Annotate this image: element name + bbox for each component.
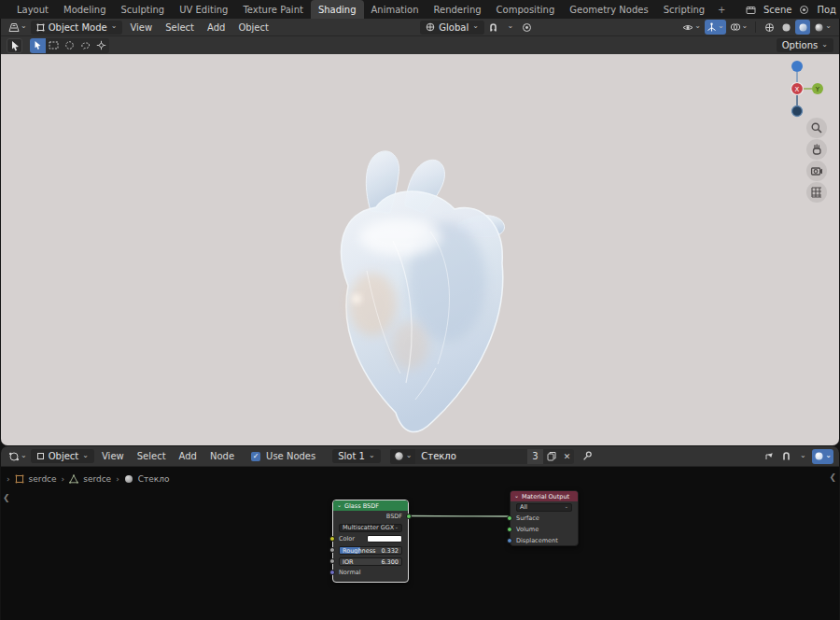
go-to-parent-node-tree-button[interactable] xyxy=(762,449,777,464)
gizmo-negative-z-axis[interactable] xyxy=(792,106,803,117)
view-layer-selector[interactable]: Под xyxy=(813,2,840,17)
material-output-node-header[interactable]: ⌄ Material Output xyxy=(511,491,578,501)
tab-scripting[interactable]: Scripting xyxy=(656,0,712,19)
tab-texture-paint[interactable]: Texture Paint xyxy=(235,0,311,19)
material-selector: ⌄ Стекло 3 ✕ xyxy=(390,449,575,464)
material-output-node[interactable]: ⌄ Material Output All ⌄ Surface Volume xyxy=(510,490,579,546)
shader-editor-type-dropdown[interactable]: ⌄ xyxy=(7,449,29,464)
camera-view-icon[interactable] xyxy=(806,161,827,181)
tab-animation[interactable]: Animation xyxy=(364,0,427,19)
pan-hand-icon[interactable] xyxy=(806,139,827,160)
gizmos-dropdown[interactable]: ⌄ xyxy=(705,20,726,35)
material-name-field[interactable]: Стекло xyxy=(415,449,527,464)
color-swatch[interactable] xyxy=(367,535,402,542)
node-snap-dropdown[interactable]: ⌄ xyxy=(795,449,810,464)
slot-label: Slot 1 xyxy=(338,451,365,461)
select-circle-button[interactable] xyxy=(62,38,77,53)
unlink-material-button[interactable]: ✕ xyxy=(560,449,575,464)
shader-type-dropdown[interactable]: Object ⌄ xyxy=(31,449,94,463)
ior-input-socket[interactable] xyxy=(329,558,335,564)
menu-add[interactable]: Add xyxy=(202,22,231,33)
gizmo-z-axis[interactable] xyxy=(791,61,803,72)
breadcrumb-mesh[interactable]: serdce xyxy=(83,474,111,484)
transform-orientation-dropdown[interactable]: Global ⌄ xyxy=(420,21,484,35)
breadcrumb-object[interactable]: serdce xyxy=(29,474,57,484)
tab-modeling[interactable]: Modeling xyxy=(56,0,114,19)
node-canvas[interactable]: ❮ ❮ › serdce › serdce › Стекло ⌄ xyxy=(1,467,839,620)
cursor-tool-button[interactable] xyxy=(93,38,109,53)
options-dropdown[interactable]: Options ⌄ xyxy=(777,38,833,52)
select-box-button[interactable] xyxy=(46,38,62,53)
color-input-socket[interactable] xyxy=(329,536,335,542)
pin-icon[interactable] xyxy=(580,449,595,464)
scene-selector[interactable]: Scene xyxy=(760,2,796,17)
tab-geometry-nodes[interactable]: Geometry Nodes xyxy=(562,0,655,19)
displacement-input-socket[interactable] xyxy=(507,538,512,543)
workspace-tabs: Layout Modeling Sculpting UV Editing Tex… xyxy=(9,0,732,19)
roughness-input-socket[interactable] xyxy=(329,547,335,553)
tab-sculpting[interactable]: Sculpting xyxy=(114,0,173,19)
select-lasso-button[interactable] xyxy=(77,38,93,53)
zoom-icon[interactable] xyxy=(806,118,827,138)
node-overlays-dropdown[interactable]: ⌄ xyxy=(812,449,833,464)
shading-material-button[interactable] xyxy=(795,20,810,35)
tab-rendering[interactable]: Rendering xyxy=(427,0,489,19)
node-snap-toggle[interactable] xyxy=(778,449,793,464)
breadcrumb: › serdce › serdce › Стекло xyxy=(7,474,170,484)
overlays-dropdown[interactable]: ⌄ xyxy=(728,20,750,35)
material-slot-dropdown[interactable]: Slot 1 ⌄ xyxy=(332,449,380,463)
copy-material-button[interactable] xyxy=(543,449,560,464)
node-menu-select[interactable]: Select xyxy=(132,451,172,461)
bsdf-output-socket[interactable] xyxy=(406,514,412,519)
collapse-node-icon[interactable]: ⌄ xyxy=(337,501,342,508)
orientation-label: Global xyxy=(439,22,469,33)
view-layer-icon xyxy=(799,5,809,15)
mode-dropdown[interactable]: Object Mode ⌄ xyxy=(31,21,123,35)
node-menu-add[interactable]: Add xyxy=(174,451,203,461)
show-hide-dropdown[interactable]: ⌄ xyxy=(680,20,703,35)
glass-bsdf-node[interactable]: ⌄ Glass BSDF BSDF Multiscatter GGX ⌄ Col… xyxy=(332,500,409,583)
viewport-canvas[interactable]: X Y xyxy=(1,54,839,445)
roughness-slider[interactable]: Roughness 0.332 xyxy=(339,546,402,555)
breadcrumb-material[interactable]: Стекло xyxy=(138,474,170,484)
chevron-right-icon: › xyxy=(62,474,65,484)
orientation-gizmo[interactable]: X Y xyxy=(776,59,828,122)
toggle-perspective-grid-icon[interactable] xyxy=(806,182,827,203)
browse-material-button[interactable]: ⌄ xyxy=(390,449,416,464)
normal-input-socket[interactable] xyxy=(329,570,335,575)
chevron-down-icon: ⌄ xyxy=(742,22,749,30)
select-tweak-button[interactable] xyxy=(30,38,46,53)
menu-view[interactable]: View xyxy=(124,22,158,33)
shading-solid-button[interactable] xyxy=(778,20,793,35)
snap-settings-dropdown[interactable]: ⌄ xyxy=(503,20,518,35)
collapse-node-icon[interactable]: ⌄ xyxy=(514,492,519,499)
tab-uv-editing[interactable]: UV Editing xyxy=(172,0,235,19)
volume-input-socket[interactable] xyxy=(507,527,512,532)
ior-value: 6.300 xyxy=(381,558,399,566)
glass-bsdf-node-header[interactable]: ⌄ Glass BSDF xyxy=(333,500,408,511)
surface-input-socket[interactable] xyxy=(507,515,512,521)
shading-rendered-button[interactable]: ⌄ xyxy=(812,20,833,35)
toolbar-toggle-icon[interactable]: ❮ xyxy=(3,493,10,502)
material-users-badge[interactable]: 3 xyxy=(527,449,542,464)
shading-wireframe-button[interactable] xyxy=(762,20,777,35)
add-workspace-button[interactable]: + xyxy=(712,0,731,19)
displacement-label: Displacement xyxy=(516,537,558,544)
node-menu-view[interactable]: View xyxy=(96,451,130,461)
distribution-dropdown[interactable]: Multiscatter GGX ⌄ xyxy=(339,524,402,532)
tab-shading[interactable]: Shading xyxy=(311,0,364,19)
sidebar-toggle-icon[interactable]: ❮ xyxy=(829,472,836,482)
active-tool-button[interactable] xyxy=(7,38,22,53)
proportional-edit-toggle[interactable] xyxy=(520,20,535,35)
menu-select[interactable]: Select xyxy=(160,22,200,33)
snap-toggle[interactable] xyxy=(486,20,501,35)
ior-field[interactable]: IOR 6.300 xyxy=(339,557,402,566)
editor-type-dropdown[interactable]: ⌄ xyxy=(7,20,29,35)
menu-object[interactable]: Object xyxy=(232,22,274,33)
target-dropdown[interactable]: All ⌄ xyxy=(516,503,572,512)
tab-compositing[interactable]: Compositing xyxy=(489,0,563,19)
node-menu-node[interactable]: Node xyxy=(204,451,240,461)
use-nodes-checkbox[interactable]: ✓ xyxy=(251,452,260,461)
topbar: Layout Modeling Sculpting UV Editing Tex… xyxy=(0,0,840,19)
tab-layout[interactable]: Layout xyxy=(9,0,56,19)
